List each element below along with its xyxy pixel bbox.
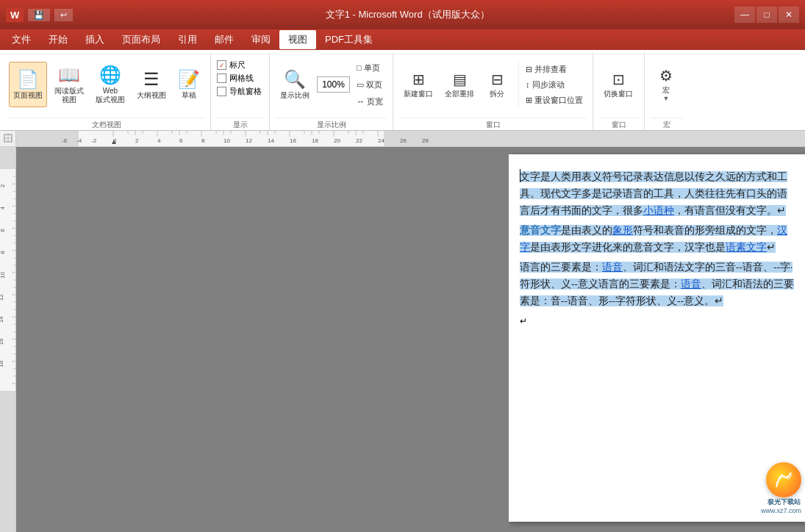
window-label: 窗口 — [399, 118, 587, 130]
window-title: 文字1 - Microsoft Word（试用版大众） — [80, 8, 734, 21]
svg-text:-4: -4 — [76, 137, 82, 144]
svg-text:8: 8 — [0, 251, 6, 254]
para1-link-xiaoyuzhong[interactable]: 小语种 — [643, 205, 674, 216]
outlineview-button[interactable]: ☰ 大纲视图 — [132, 62, 171, 107]
ribbon-group-window: ⊞ 新建窗口 ▤ 全部重排 ⊟ 拆分 ⊟ 并排查看 ↕ — [393, 53, 593, 130]
menu-pdf[interactable]: PDF工具集 — [316, 30, 382, 49]
cursor-bottom-area: ↵ — [520, 316, 794, 326]
paragraph-1[interactable]: 文字是人类用表义符号记录表达信息以传之久远的方式和工具。现代文字多是记录语言的工… — [520, 169, 794, 220]
pageview-label: 页面视图 — [13, 91, 43, 100]
resetpos-button[interactable]: ⊞ 重设窗口位置 — [522, 93, 587, 107]
readview-icon: 📖 — [58, 65, 80, 85]
para2-title-yiyin: 意音文字 — [520, 225, 561, 236]
gridlines-check-icon — [217, 73, 226, 83]
menu-review[interactable]: 审阅 — [243, 30, 279, 49]
menu-view[interactable]: 视图 — [279, 30, 316, 49]
newwindow-button[interactable]: ⊞ 新建窗口 — [399, 62, 437, 107]
twopages-icon: ▭ — [357, 80, 364, 90]
switchwin-icon: ⊡ — [612, 71, 625, 88]
macro-button[interactable]: ⚙ 宏 ▼ — [651, 62, 681, 107]
svg-text:-2: -2 — [91, 137, 97, 144]
macro-group-label: 宏 — [651, 118, 683, 130]
gridlines-checkbox[interactable]: 网格线 — [217, 72, 262, 85]
sidebyside-icon: ⊟ — [526, 65, 532, 74]
arrangeall-button[interactable]: ▤ 全部重排 — [440, 62, 479, 107]
readview-button[interactable]: 📖 阅读版式视图 — [50, 62, 88, 107]
close-button[interactable]: ✕ — [779, 7, 799, 23]
twopages-button[interactable]: ▭ 双页 — [353, 77, 387, 92]
outlineview-label: 大纲视图 — [137, 91, 166, 100]
twopages-label: 双页 — [366, 79, 382, 90]
ruler-corner[interactable] — [0, 131, 16, 147]
macro-icon: ⚙ — [659, 67, 673, 85]
svg-text:6: 6 — [0, 229, 6, 232]
show-checkboxes: ✓ 标尺 网格线 导航窗格 — [217, 59, 262, 98]
cursor-top — [520, 169, 520, 184]
para2-link-xiangxing[interactable]: 象形 — [612, 225, 633, 236]
switchwin-button[interactable]: ⊡ 切换窗口 — [599, 62, 637, 107]
navpane-checkbox[interactable]: 导航窗格 — [217, 85, 262, 98]
pageview-button[interactable]: 📄 页面视图 — [9, 62, 47, 107]
svg-text:6: 6 — [179, 137, 183, 144]
split-button[interactable]: ⊟ 拆分 — [482, 62, 512, 107]
svg-rect-4 — [16, 131, 79, 147]
watermark-logo — [766, 462, 801, 497]
quick-save[interactable]: 💾 — [28, 9, 50, 21]
draftview-button[interactable]: 📝 草稿 — [173, 62, 204, 107]
watermark: 极光下载站 www.xz7.com — [761, 462, 801, 514]
menu-layout[interactable]: 页面布局 — [113, 30, 169, 49]
svg-text:12: 12 — [0, 294, 4, 301]
arrangeall-label: 全部重排 — [445, 90, 474, 98]
syncscroll-button[interactable]: ↕ 同步滚动 — [522, 77, 587, 92]
resetpos-icon: ⊞ — [526, 96, 532, 105]
syncscroll-icon: ↕ — [526, 80, 530, 89]
ribbon-group-show: ✓ 标尺 网格线 导航窗格 显示 — [211, 53, 270, 130]
newwindow-label: 新建窗口 — [404, 90, 433, 98]
svg-text:2: 2 — [135, 137, 139, 144]
zoom-percent-input[interactable] — [317, 76, 350, 93]
pagewidth-button[interactable]: ↔ 页宽 — [353, 94, 387, 109]
menu-mailing[interactable]: 邮件 — [206, 30, 243, 49]
para2-link-yusu[interactable]: 语素文字 — [726, 242, 767, 253]
paragraph-2[interactable]: 意音文字是由表义的象形符号和表音的形旁组成的文字，汉字是由表形文字进化来的意音文… — [520, 223, 794, 256]
split-icon: ⊟ — [491, 71, 504, 88]
svg-text:2: 2 — [0, 184, 6, 187]
menu-file[interactable]: 文件 — [3, 30, 40, 49]
para3-link-yuyin1[interactable]: 语音 — [602, 262, 623, 273]
newwindow-icon: ⊞ — [412, 71, 425, 88]
svg-text:18: 18 — [312, 137, 318, 144]
minimize-button[interactable]: — — [734, 7, 755, 23]
zoom-button[interactable]: 🔍 显示比例 — [276, 62, 314, 107]
quick-undo[interactable]: ↩ — [54, 9, 73, 21]
pagewidth-label: 页宽 — [367, 96, 383, 107]
webview-label: Web版式视图 — [96, 87, 125, 104]
show-label: 显示 — [217, 118, 263, 130]
zoom-label: 显示比例 — [280, 91, 310, 100]
zoom-group-label: 显示比例 — [276, 118, 387, 130]
watermark-site-name: 极光下载站 — [768, 497, 801, 507]
svg-text:22: 22 — [356, 137, 362, 144]
ruler-label: 标尺 — [229, 60, 246, 71]
onepage-button[interactable]: □ 单页 — [353, 60, 387, 75]
ribbon-group-zoom: 🔍 显示比例 □ 单页 ▭ 双页 ↔ 页宽 — [270, 53, 393, 130]
sidebyside-button[interactable]: ⊟ 并排查看 — [522, 62, 587, 76]
maximize-button[interactable]: □ — [756, 7, 777, 23]
ribbon: 📄 页面视图 📖 阅读版式视图 🌐 Web版式视图 ☰ 大纲视图 📝 — [0, 50, 805, 131]
title-bar: W 💾 ↩ 文字1 - Microsoft Word（试用版大众） — □ ✕ — [0, 0, 805, 29]
ruler-checkbox[interactable]: ✓ 标尺 — [217, 59, 262, 71]
zoom-icon: 🔍 — [284, 69, 306, 90]
split-label: 拆分 — [490, 90, 504, 98]
menu-insert[interactable]: 插入 — [76, 30, 113, 49]
draftview-icon: 📝 — [178, 69, 200, 90]
workspace: 2 4 6 8 10 12 14 16 18 — [0, 147, 805, 532]
svg-text:18: 18 — [0, 360, 4, 367]
webview-button[interactable]: 🌐 Web版式视图 — [91, 62, 129, 107]
outlineview-icon: ☰ — [143, 69, 160, 90]
document-panel: 文字是人类用表义符号记录表达信息以传之久远的方式和工具。现代文字多是记录语言的工… — [509, 147, 805, 532]
menu-references[interactable]: 引用 — [169, 30, 206, 49]
svg-text:26: 26 — [400, 137, 407, 144]
ruler-top: -6 -4 -2 0 2 4 6 8 10 12 14 16 18 20 22 … — [0, 131, 805, 147]
para3-link-yuyin2[interactable]: 语音 — [681, 278, 701, 290]
menu-home[interactable]: 开始 — [40, 30, 76, 49]
paragraph-3[interactable]: 语言的三要素是：语音、词汇和语法文字的三音--语音、--字·符形状、义--意义语… — [520, 259, 794, 310]
